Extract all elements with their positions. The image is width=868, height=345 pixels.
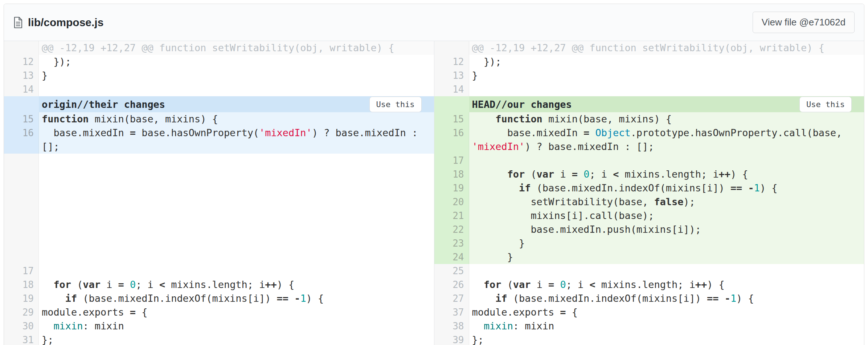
code-line[interactable]: mixin: mixin: [469, 319, 864, 333]
code-line[interactable]: [469, 154, 864, 167]
code-row: 25: [434, 264, 864, 278]
conflict-header-row: origin//their changesUse this: [4, 96, 434, 112]
code-row: 37module.exports = {: [434, 305, 864, 319]
code-row: 23 }: [434, 236, 864, 250]
code-row: 12 });: [4, 55, 434, 69]
code-row: 15function mixin(base, mixins) {: [4, 112, 434, 126]
line-number: [434, 41, 469, 55]
code-row: 15 function mixin(base, mixins) {: [434, 112, 864, 126]
hunk-header-row: @@ -12,19 +12,27 @@ function setWritabil…: [434, 41, 864, 55]
code-line[interactable]: });: [39, 55, 434, 69]
code-line[interactable]: if (base.mixedIn.indexOf(mixins[i]) == -…: [469, 181, 864, 195]
line-number: 13: [434, 69, 469, 82]
code-line[interactable]: }: [39, 69, 434, 82]
line-number: 39: [434, 333, 469, 345]
code-line[interactable]: [469, 82, 864, 96]
code-line[interactable]: if (base.mixedIn.indexOf(mixins[i]) == -…: [39, 292, 434, 305]
line-number: 30: [4, 319, 39, 333]
line-number: [4, 154, 39, 264]
code-line[interactable]: });: [469, 55, 864, 69]
code-row: 16 base.mixedIn = Object.prototype.hasOw…: [434, 126, 864, 154]
code-line[interactable]: [39, 82, 434, 96]
code-row: 13}: [434, 69, 864, 82]
hunk-header-row: @@ -12,19 +12,27 @@ function setWritabil…: [4, 41, 434, 55]
code-line[interactable]: for (var i = 0; i < mixins.length; i++) …: [39, 278, 434, 292]
line-number: 29: [4, 305, 39, 319]
file-diff-card: lib/compose.js View file @e71062d @@ -12…: [4, 4, 864, 345]
conflict-header: HEAD//our changesUse this: [469, 96, 864, 112]
code-row: 31};: [4, 333, 434, 345]
view-file-button[interactable]: View file @e71062d: [753, 12, 855, 33]
code-line[interactable]: mixins[i].call(base);: [469, 209, 864, 223]
line-number: [4, 41, 39, 55]
code-line[interactable]: module.exports = {: [39, 305, 434, 319]
code-line[interactable]: [39, 264, 434, 278]
line-number: 16: [434, 126, 469, 154]
line-number: [434, 96, 469, 112]
file-icon: [13, 17, 23, 28]
line-number: 26: [434, 278, 469, 292]
line-number: 19: [4, 292, 39, 305]
pane-theirs: @@ -12,19 +12,27 @@ function setWritabil…: [4, 41, 434, 345]
line-number: 12: [434, 55, 469, 69]
code-line[interactable]: if (base.mixedIn.indexOf(mixins[i]) == -…: [469, 292, 864, 305]
line-number: 37: [434, 305, 469, 319]
code-row: 16 base.mixedIn = base.hasOwnProperty('m…: [4, 126, 434, 154]
line-number: 38: [434, 319, 469, 333]
code-line[interactable]: setWritability(base, false);: [469, 195, 864, 209]
code-row: 38 mixin: mixin: [434, 319, 864, 333]
code-row: 27 if (base.mixedIn.indexOf(mixins[i]) =…: [434, 292, 864, 305]
code-row: 14: [434, 82, 864, 96]
line-number: 31: [4, 333, 39, 345]
line-number: 18: [4, 278, 39, 292]
line-number: 27: [434, 292, 469, 305]
use-this-button[interactable]: Use this: [369, 97, 422, 112]
line-number: 17: [4, 264, 39, 278]
code-line[interactable]: }: [469, 236, 864, 250]
line-number: 23: [434, 236, 469, 250]
code-line[interactable]: base.mixedIn = Object.prototype.hasOwnPr…: [469, 126, 864, 154]
line-number: 15: [4, 112, 39, 126]
code-line[interactable]: }: [469, 69, 864, 82]
code-line[interactable]: }: [469, 250, 864, 264]
code-line[interactable]: module.exports = {: [469, 305, 864, 319]
code-line[interactable]: for (var i = 0; i < mixins.length; i++) …: [469, 278, 864, 292]
code-row: 18 for (var i = 0; i < mixins.length; i+…: [4, 278, 434, 292]
code-line[interactable]: function mixin(base, mixins) {: [469, 112, 864, 126]
line-number: 20: [434, 195, 469, 209]
line-number: 16: [4, 126, 39, 154]
code-line[interactable]: base.mixedIn.push(mixins[i]);: [469, 223, 864, 236]
line-number: 13: [4, 69, 39, 82]
line-number: 21: [434, 209, 469, 223]
code-row: 13}: [4, 69, 434, 82]
code-row: 21 mixins[i].call(base);: [434, 209, 864, 223]
file-name: lib/compose.js: [28, 16, 103, 29]
line-number: 25: [434, 264, 469, 278]
hunk-header-text: @@ -12,19 +12,27 @@ function setWritabil…: [39, 41, 434, 55]
spacer-row: [4, 154, 434, 264]
code-row: 22 base.mixedIn.push(mixins[i]);: [434, 223, 864, 236]
line-number: 17: [434, 154, 469, 167]
conflict-header: origin//their changesUse this: [39, 96, 434, 112]
code-line[interactable]: };: [469, 333, 864, 345]
code-line[interactable]: mixin: mixin: [39, 319, 434, 333]
code-line[interactable]: };: [39, 333, 434, 345]
file-header: lib/compose.js View file @e71062d: [4, 4, 864, 41]
line-number: 19: [434, 181, 469, 195]
code-line[interactable]: for (var i = 0; i < mixins.length; i++) …: [469, 167, 864, 181]
code-row: 24 }: [434, 250, 864, 264]
code-line[interactable]: base.mixedIn = base.hasOwnProperty('mixe…: [39, 126, 434, 154]
code-line[interactable]: [469, 264, 864, 278]
line-number: 18: [434, 167, 469, 181]
code-line: [39, 154, 434, 264]
line-number: 15: [434, 112, 469, 126]
code-row: 26 for (var i = 0; i < mixins.length; i+…: [434, 278, 864, 292]
code-row: 29module.exports = {: [4, 305, 434, 319]
code-line[interactable]: function mixin(base, mixins) {: [39, 112, 434, 126]
code-row: 17: [434, 154, 864, 167]
conflict-label: origin//their changes: [42, 99, 165, 110]
code-row: 17: [4, 264, 434, 278]
code-row: 20 setWritability(base, false);: [434, 195, 864, 209]
use-this-button[interactable]: Use this: [799, 97, 852, 112]
pane-ours: @@ -12,19 +12,27 @@ function setWritabil…: [434, 41, 864, 345]
